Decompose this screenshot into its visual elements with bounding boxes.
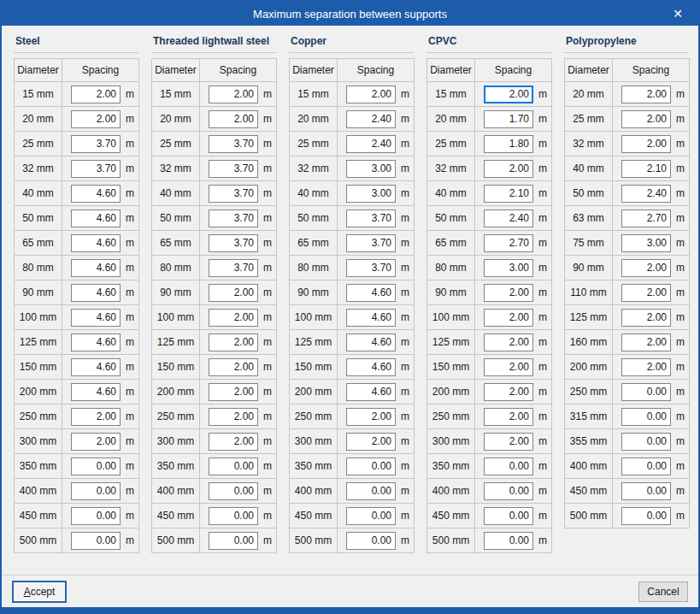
spacing-input[interactable] <box>71 86 121 103</box>
spacing-input[interactable] <box>346 507 396 525</box>
spacing-input[interactable] <box>209 110 258 128</box>
spacing-input[interactable] <box>621 433 671 451</box>
spacing-input[interactable] <box>621 210 671 227</box>
spacing-input[interactable] <box>209 135 258 153</box>
spacing-input[interactable] <box>621 458 671 475</box>
spacing-input[interactable] <box>621 482 671 500</box>
spacing-input[interactable] <box>209 284 258 302</box>
unit-label: m <box>263 286 272 298</box>
spacing-input[interactable] <box>621 284 671 302</box>
spacing-input[interactable] <box>346 259 396 277</box>
spacing-input[interactable] <box>346 408 396 426</box>
spacing-input[interactable] <box>484 383 533 401</box>
spacing-input[interactable] <box>621 358 671 376</box>
spacing-input[interactable] <box>71 482 121 500</box>
unit-label: m <box>126 485 134 497</box>
spacing-input[interactable] <box>621 86 671 103</box>
spacing-input[interactable] <box>71 358 121 376</box>
spacing-input[interactable] <box>346 110 396 128</box>
spacing-input[interactable] <box>346 234 396 252</box>
spacing-input[interactable] <box>346 334 396 351</box>
spacing-input[interactable] <box>71 334 121 351</box>
spacing-input[interactable] <box>484 160 533 178</box>
close-icon[interactable]: ✕ <box>664 2 691 26</box>
spacing-input[interactable] <box>209 507 258 525</box>
spacing-input[interactable] <box>71 259 121 277</box>
spacing-input[interactable] <box>621 135 671 153</box>
spacing-input[interactable] <box>209 234 258 252</box>
spacing-input[interactable] <box>484 408 533 426</box>
spacing-input[interactable] <box>484 532 533 550</box>
spacing-input[interactable] <box>71 408 121 426</box>
spacing-input[interactable] <box>209 408 258 426</box>
spacing-input[interactable] <box>209 334 258 351</box>
spacing-input[interactable] <box>346 210 396 227</box>
spacing-input[interactable] <box>346 358 396 376</box>
spacing-input[interactable] <box>71 383 121 401</box>
spacing-input[interactable] <box>71 507 121 525</box>
spacing-input[interactable] <box>621 110 671 128</box>
spacing-input[interactable] <box>209 383 258 401</box>
spacing-input[interactable] <box>484 110 533 128</box>
spacing-input[interactable] <box>71 309 121 327</box>
spacing-input[interactable] <box>209 160 258 178</box>
spacing-input[interactable] <box>346 86 396 103</box>
spacing-input[interactable] <box>71 135 121 153</box>
spacing-input[interactable] <box>209 210 258 227</box>
spacing-input[interactable] <box>621 185 671 203</box>
spacing-input[interactable] <box>484 433 533 451</box>
spacing-input[interactable] <box>346 160 396 178</box>
spacing-input[interactable] <box>209 532 258 550</box>
accept-button[interactable]: Accept <box>12 581 67 603</box>
spacing-input[interactable] <box>346 482 396 500</box>
spacing-input[interactable] <box>346 383 396 401</box>
spacing-input[interactable] <box>346 532 396 550</box>
spacing-input[interactable] <box>71 433 121 451</box>
spacing-input[interactable] <box>346 185 396 203</box>
spacing-input[interactable] <box>346 458 396 475</box>
spacing-input[interactable] <box>484 358 533 376</box>
spacing-input[interactable] <box>71 210 121 227</box>
spacing-input[interactable] <box>346 433 396 451</box>
spacing-input[interactable] <box>621 334 671 351</box>
spacing-input[interactable] <box>209 433 258 451</box>
spacing-input[interactable] <box>484 185 533 203</box>
spacing-input[interactable] <box>346 309 396 327</box>
spacing-input[interactable] <box>71 458 121 475</box>
spacing-input[interactable] <box>621 507 671 525</box>
spacing-input[interactable] <box>621 160 671 178</box>
spacing-input[interactable] <box>71 185 121 203</box>
spacing-input[interactable] <box>484 259 533 277</box>
spacing-input[interactable] <box>621 259 671 277</box>
spacing-input[interactable] <box>484 482 533 500</box>
spacing-input[interactable] <box>484 284 533 302</box>
spacing-input[interactable] <box>346 135 396 153</box>
spacing-input[interactable] <box>621 408 671 426</box>
spacing-input[interactable] <box>209 86 258 103</box>
spacing-input[interactable] <box>484 458 533 475</box>
spacing-input[interactable] <box>209 458 258 475</box>
spacing-input[interactable] <box>621 234 671 252</box>
spacing-input[interactable] <box>484 210 533 227</box>
spacing-input[interactable] <box>484 334 533 351</box>
spacing-input[interactable] <box>71 160 121 178</box>
spacing-input[interactable] <box>209 309 258 327</box>
spacing-input[interactable] <box>484 86 533 103</box>
spacing-input[interactable] <box>71 284 121 302</box>
spacing-input[interactable] <box>484 507 533 525</box>
spacing-input[interactable] <box>484 135 533 153</box>
spacing-input[interactable] <box>484 234 533 252</box>
spacing-input[interactable] <box>71 234 121 252</box>
cancel-button[interactable]: Cancel <box>638 582 688 602</box>
spacing-input[interactable] <box>209 259 258 277</box>
spacing-input[interactable] <box>71 110 121 128</box>
spacing-input[interactable] <box>71 532 121 550</box>
spacing-input[interactable] <box>621 309 671 327</box>
spacing-input[interactable] <box>209 358 258 376</box>
spacing-input[interactable] <box>209 185 258 203</box>
spacing-input[interactable] <box>346 284 396 302</box>
spacing-input[interactable] <box>621 383 671 401</box>
spacing-cell: m <box>200 82 277 107</box>
spacing-input[interactable] <box>209 482 258 500</box>
spacing-input[interactable] <box>484 309 533 327</box>
